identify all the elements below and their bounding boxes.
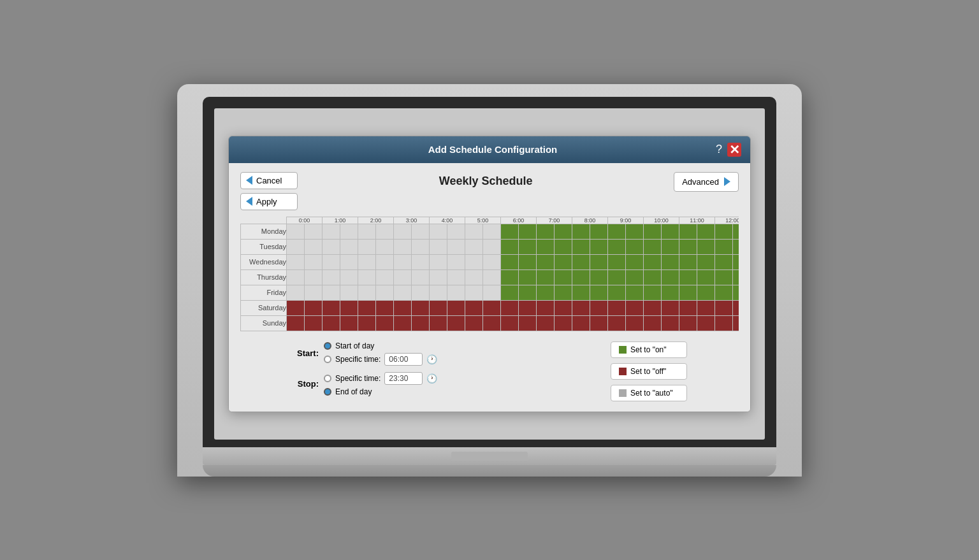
grid-cell[interactable] [644,254,662,269]
grid-cell[interactable] [626,254,644,269]
grid-cell[interactable] [697,224,715,239]
grid-cell[interactable] [572,269,590,285]
grid-cell[interactable] [626,285,644,300]
grid-cell[interactable] [305,254,323,269]
grid-cell[interactable] [733,239,739,254]
schedule-row-wednesday[interactable]: Wednesday [241,254,739,269]
grid-cell[interactable] [394,315,412,331]
grid-cell[interactable] [465,269,483,285]
grid-cell[interactable] [590,300,608,315]
grid-cell[interactable] [305,315,323,331]
grid-cell[interactable] [483,239,501,254]
grid-cell[interactable] [572,224,590,239]
grid-cell[interactable] [501,239,519,254]
grid-cell[interactable] [679,239,697,254]
grid-cell[interactable] [715,285,733,300]
grid-cell[interactable] [644,239,662,254]
grid-cell[interactable] [590,239,608,254]
grid-cell[interactable] [590,285,608,300]
grid-cell[interactable] [412,239,430,254]
grid-cell[interactable] [358,285,376,300]
grid-cell[interactable] [555,239,572,254]
grid-cell[interactable] [376,239,394,254]
schedule-row-tuesday[interactable]: Tuesday [241,239,739,254]
grid-cell[interactable] [679,254,697,269]
grid-cell[interactable] [305,269,323,285]
grid-cell[interactable] [340,300,358,315]
set-off-button[interactable]: Set to "off" [611,363,687,380]
grid-cell[interactable] [644,224,662,239]
schedule-row-sunday[interactable]: Sunday [241,315,739,331]
grid-cell[interactable] [697,239,715,254]
grid-cell[interactable] [483,285,501,300]
grid-cell[interactable] [662,315,679,331]
grid-cell[interactable] [340,285,358,300]
grid-cell[interactable] [626,269,644,285]
grid-cell[interactable] [305,285,323,300]
grid-cell[interactable] [662,269,679,285]
schedule-row-thursday[interactable]: Thursday [241,269,739,285]
grid-cell[interactable] [447,239,465,254]
grid-cell[interactable] [465,224,483,239]
grid-cell[interactable] [679,300,697,315]
grid-cell[interactable] [715,300,733,315]
grid-cell[interactable] [608,224,626,239]
grid-cell[interactable] [501,300,519,315]
grid-cell[interactable] [679,285,697,300]
set-auto-button[interactable]: Set to "auto" [611,385,687,401]
grid-cell[interactable] [519,285,537,300]
grid-cell[interactable] [697,315,715,331]
grid-cell[interactable] [662,224,679,239]
grid-cell[interactable] [662,285,679,300]
grid-cell[interactable] [572,285,590,300]
grid-cell[interactable] [447,224,465,239]
grid-cell[interactable] [679,315,697,331]
grid-cell[interactable] [501,269,519,285]
grid-cell[interactable] [430,315,447,331]
grid-cell[interactable] [715,254,733,269]
grid-cell[interactable] [590,269,608,285]
grid-cell[interactable] [447,315,465,331]
grid-cell[interactable] [555,315,572,331]
start-of-day-radio[interactable] [324,342,331,350]
grid-cell[interactable] [394,269,412,285]
grid-cell[interactable] [733,224,739,239]
grid-cell[interactable] [733,254,739,269]
grid-cell[interactable] [519,239,537,254]
grid-cell[interactable] [287,224,305,239]
grid-cell[interactable] [358,224,376,239]
grid-cell[interactable] [679,269,697,285]
grid-cell[interactable] [537,254,555,269]
grid-cell[interactable] [465,300,483,315]
grid-cell[interactable] [430,254,447,269]
grid-cell[interactable] [412,224,430,239]
grid-cell[interactable] [430,300,447,315]
grid-cell[interactable] [358,254,376,269]
stop-end-of-day-radio[interactable] [324,388,331,396]
set-on-button[interactable]: Set to "on" [611,341,687,358]
grid-cell[interactable] [358,239,376,254]
grid-cell[interactable] [537,239,555,254]
grid-cell[interactable] [733,315,739,331]
grid-cell[interactable] [430,269,447,285]
grid-cell[interactable] [447,254,465,269]
grid-cell[interactable] [323,300,340,315]
grid-cell[interactable] [626,300,644,315]
grid-cell[interactable] [358,315,376,331]
grid-cell[interactable] [465,285,483,300]
schedule-row-monday[interactable]: Monday [241,224,739,239]
grid-cell[interactable] [626,315,644,331]
grid-cell[interactable] [626,239,644,254]
grid-cell[interactable] [483,224,501,239]
grid-cell[interactable] [412,300,430,315]
grid-cell[interactable] [697,269,715,285]
apply-button[interactable]: Apply [240,193,298,210]
grid-cell[interactable] [572,239,590,254]
grid-cell[interactable] [340,224,358,239]
grid-cell[interactable] [608,285,626,300]
cancel-button[interactable]: Cancel [240,172,298,189]
grid-cell[interactable] [447,300,465,315]
grid-cell[interactable] [305,239,323,254]
grid-cell[interactable] [323,239,340,254]
grid-cell[interactable] [715,239,733,254]
